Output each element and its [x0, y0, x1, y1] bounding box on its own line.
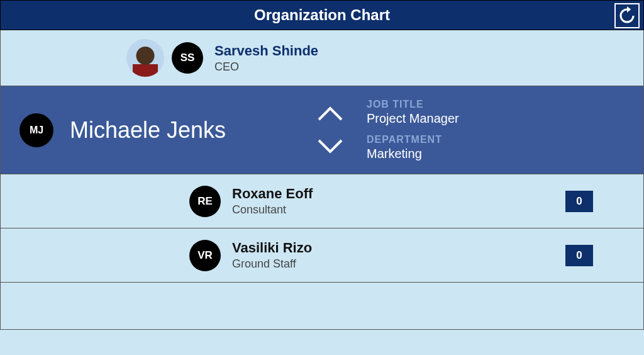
parent-info: Sarvesh Shinde CEO: [214, 43, 318, 74]
child-name: Roxane Eoff: [232, 186, 313, 202]
chevron-down-icon[interactable]: [315, 137, 345, 155]
child-row[interactable]: RE Roxane Eoff Consultant 0: [0, 174, 644, 228]
child-info: Vasiliki Rizo Ground Staff: [232, 240, 312, 271]
current-name: Michaele Jenks: [70, 117, 226, 144]
refresh-icon: [618, 6, 636, 25]
child-name: Vasiliki Rizo: [232, 240, 312, 256]
parent-row[interactable]: SS Sarvesh Shinde CEO: [0, 30, 644, 86]
job-title-block: JOB TITLE Project Manager: [367, 99, 459, 126]
department-label: DEPARTMENT: [367, 134, 459, 145]
chevron-up-icon[interactable]: [315, 104, 345, 123]
department-block: DEPARTMENT Marketing: [367, 134, 459, 161]
direct-reports-count[interactable]: 0: [565, 245, 593, 266]
nav-arrows: [315, 86, 345, 174]
avatar-initials-badge: RE: [189, 186, 221, 217]
child-row[interactable]: VR Vasiliki Rizo Ground Staff 0: [0, 228, 644, 283]
child-title: Consultant: [232, 203, 313, 217]
child-info: Roxane Eoff Consultant: [232, 186, 313, 217]
parent-name: Sarvesh Shinde: [214, 43, 318, 59]
job-title-value: Project Manager: [367, 111, 459, 126]
child-title: Ground Staff: [232, 257, 312, 271]
refresh-button[interactable]: [614, 3, 640, 28]
avatar-initials-badge: VR: [189, 240, 221, 271]
department-value: Marketing: [367, 147, 459, 161]
avatar-photo: [126, 39, 164, 77]
parent-title: CEO: [214, 60, 318, 74]
current-row: MJ Michaele Jenks JOB TITLE Project Mana…: [0, 86, 644, 174]
direct-reports-count[interactable]: 0: [565, 191, 593, 212]
page-title: Organization Chart: [254, 6, 390, 24]
app-header: Organization Chart: [0, 0, 644, 30]
current-details: JOB TITLE Project Manager DEPARTMENT Mar…: [367, 86, 459, 174]
empty-row: [0, 283, 644, 330]
avatar-initials-badge: MJ: [19, 113, 53, 147]
job-title-label: JOB TITLE: [367, 99, 459, 110]
avatar-initials-badge: SS: [172, 42, 203, 74]
